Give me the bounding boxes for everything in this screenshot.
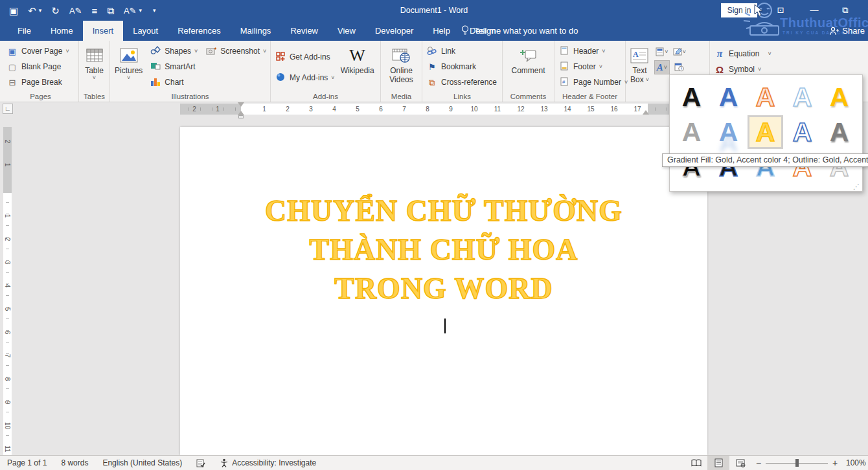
document-page[interactable]: CHUYỂN CHỮ THƯỜNG THÀNH CHỮ HOA TRONG WO… <box>180 127 707 455</box>
share-person-icon <box>829 27 839 36</box>
online-videos-button[interactable]: Online Videos <box>387 43 415 91</box>
ruler-number: 8 <box>416 104 439 115</box>
tab-view[interactable]: View <box>328 21 365 41</box>
tab-mailings[interactable]: Mailings <box>231 21 281 41</box>
text-box-button[interactable]: A Text Box ˅ <box>628 43 652 91</box>
sign-in-button[interactable]: Sign in <box>721 3 757 17</box>
header-icon <box>558 46 570 56</box>
wordart-style-fill-darkgray[interactable]: A <box>821 115 857 149</box>
chevron-down-icon: ˅ <box>331 75 334 81</box>
wikipedia-button[interactable]: W Wikipedia <box>338 43 377 91</box>
close-button[interactable]: × <box>859 0 868 21</box>
comment-button[interactable]: Comment <box>508 43 547 91</box>
header-button[interactable]: Header ˅ <box>556 43 630 59</box>
date-time-button[interactable] <box>672 60 687 74</box>
wordart-style-blue-reflection[interactable]: A <box>711 115 746 149</box>
shapes-button[interactable]: Shapes ˅ <box>148 43 200 59</box>
tab-layout[interactable]: Layout <box>123 21 168 41</box>
chevron-down-icon: ˅ <box>93 75 96 81</box>
pictures-button[interactable]: Pictures ˅ <box>112 43 145 91</box>
ribbon-group-tables: Table ˅ Tables <box>79 41 110 102</box>
zoom-in-button[interactable]: + <box>828 458 842 468</box>
tab-file[interactable]: File <box>8 21 41 41</box>
wordart-style-fill-blue[interactable]: A <box>711 80 746 114</box>
ruler-number: 6 <box>369 104 393 115</box>
ruler-number: 9 <box>3 390 12 414</box>
zoom-out-button[interactable]: − <box>751 458 766 468</box>
print-layout-button[interactable] <box>707 456 729 470</box>
screenshot-button[interactable]: Screenshot ˅ <box>203 43 268 59</box>
zoom-slider[interactable] <box>766 456 828 470</box>
blank-page-icon: ▢ <box>6 63 18 71</box>
tab-help[interactable]: Help <box>423 21 460 41</box>
wordart-style-fill-black[interactable]: A <box>674 80 709 114</box>
footer-button[interactable]: Footer ˅ <box>556 59 630 74</box>
left-indent-marker[interactable] <box>238 115 244 118</box>
chart-button[interactable]: Chart <box>148 74 200 90</box>
ruler-number: 1 <box>253 104 276 115</box>
accessibility-status[interactable]: Accessibility: Investigate <box>212 458 323 467</box>
resize-handle[interactable]: ⋰ <box>853 183 860 190</box>
proofing-status-icon[interactable] <box>189 459 212 467</box>
wordart-style-outline-orange[interactable]: A <box>748 80 783 114</box>
tab-insert[interactable]: Insert <box>83 21 124 41</box>
ruler-number: 15 <box>579 104 602 115</box>
zoom-percentage[interactable]: 100% <box>842 458 868 467</box>
table-button[interactable]: Table ˅ <box>82 43 106 91</box>
cover-page-button[interactable]: ▣ Cover Page ˅ <box>5 43 71 59</box>
tab-home[interactable]: Home <box>41 21 83 41</box>
web-layout-button[interactable] <box>729 456 751 470</box>
page-indicator[interactable]: Page 1 of 1 <box>0 458 54 467</box>
equation-icon: π <box>714 49 725 59</box>
lightbulb-icon <box>461 25 469 36</box>
minimize-button[interactable]: — <box>803 0 825 21</box>
wordart-style-outline-blue[interactable]: A <box>784 115 820 149</box>
wordart-title-text[interactable]: CHUYỂN CHỮ THƯỜNG THÀNH CHỮ HOA TRONG WO… <box>180 192 707 308</box>
wordart-style-gradient-gold-selected[interactable]: A <box>748 115 783 149</box>
comment-icon <box>519 45 537 66</box>
chevron-down-icon: ˅ <box>758 67 761 73</box>
tab-review[interactable]: Review <box>280 21 328 41</box>
cross-reference-button[interactable]: ⧉ Cross-reference <box>424 74 499 90</box>
wordart-button[interactable]: A ˅ <box>654 60 670 74</box>
equation-button[interactable]: π Equation ˅ <box>712 46 773 62</box>
bookmark-button[interactable]: ⚑ Bookmark <box>424 59 499 74</box>
ruler-number: 10 <box>3 414 12 437</box>
word-count[interactable]: 8 words <box>54 458 95 467</box>
right-indent-marker[interactable] <box>643 110 649 115</box>
link-button[interactable]: Link <box>424 43 499 59</box>
my-addins-button[interactable]: My Add-ins ˅ <box>273 70 337 85</box>
ribbon-group-illustrations: Pictures ˅ Shapes ˅ S <box>110 41 271 102</box>
quick-parts-button[interactable]: ˅ <box>654 45 670 59</box>
read-mode-button[interactable] <box>685 456 707 470</box>
hanging-indent-marker[interactable] <box>238 111 244 115</box>
signature-line-button[interactable]: ˅ <box>672 45 687 59</box>
wordart-style-fill-gold[interactable]: A <box>821 80 857 114</box>
page-number-icon: # <box>558 77 570 87</box>
restore-button[interactable]: ⧉ <box>834 0 856 21</box>
get-addins-button[interactable]: Get Add-ins <box>273 49 337 65</box>
wordart-style-fill-gray[interactable]: A <box>674 115 709 149</box>
blank-page-button[interactable]: ▢ Blank Page <box>5 59 71 74</box>
zoom-slider-thumb[interactable] <box>795 459 799 467</box>
chevron-down-icon: ˅ <box>768 51 771 57</box>
chevron-down-icon: ˅ <box>683 49 686 55</box>
ribbon-display-options-button[interactable]: ⊡ <box>770 0 792 21</box>
vertical-ruler[interactable]: 21 1234567891011 <box>3 127 12 455</box>
page-break-button[interactable]: ⊟ Page Break <box>5 74 71 90</box>
page-number-button[interactable]: # Page Number ˅ <box>556 74 630 90</box>
chart-icon <box>150 77 161 87</box>
date-time-icon <box>674 63 684 72</box>
share-button[interactable]: Share <box>829 21 865 41</box>
tab-stop-selector[interactable]: ∟ <box>3 104 13 114</box>
ribbon-group-header-footer: Header ˅ Footer ˅ # Page Number ˅ <box>554 41 626 102</box>
ruler-number: 1 <box>206 104 229 115</box>
tell-me-box[interactable]: Tell me what you want to do <box>474 26 578 36</box>
language-indicator[interactable]: English (United States) <box>95 458 189 467</box>
smartart-button[interactable]: SmartArt <box>148 59 200 74</box>
tab-references[interactable]: References <box>168 21 230 41</box>
wordart-style-outline-lightblue[interactable]: A <box>784 80 820 114</box>
first-line-indent-marker[interactable] <box>238 102 244 107</box>
ribbon-group-comments: Comment Comments <box>503 41 554 102</box>
tab-developer[interactable]: Developer <box>365 21 423 41</box>
